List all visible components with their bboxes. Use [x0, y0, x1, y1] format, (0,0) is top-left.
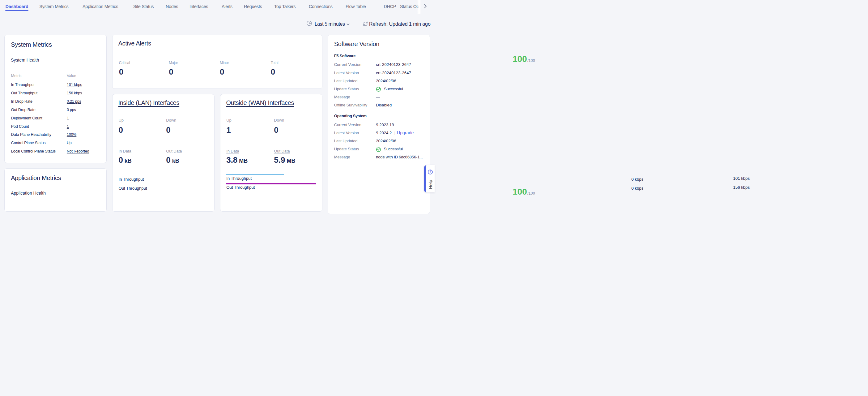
- svg-text:?: ?: [429, 170, 431, 174]
